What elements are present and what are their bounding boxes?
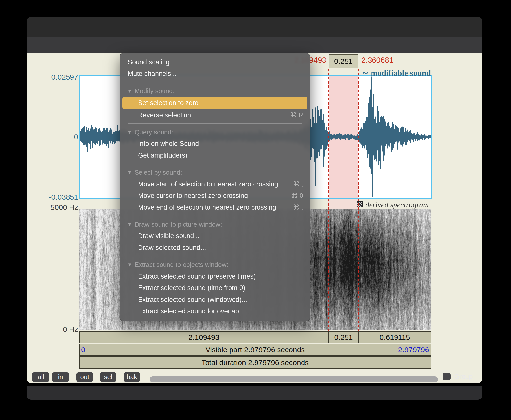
selection-duration-box[interactable]: 0.251 — [329, 54, 358, 68]
section-header-draw-sound: ▼Draw sound to picture window: — [120, 218, 310, 230]
menu-item-info-on-whole-sound[interactable]: Info on whole Sound — [120, 138, 310, 150]
shortcut-cmd-r: ⌘ R — [290, 109, 303, 121]
menu-item-move-start-zero-crossing[interactable]: Move start of selection to nearest zero … — [120, 178, 310, 190]
menu-item-get-amplitudes[interactable]: Get amplitude(s) — [120, 150, 310, 161]
title-bar — [27, 17, 482, 37]
menu-item-draw-selected-sound[interactable]: Draw selected sound... — [120, 242, 310, 254]
menu-item-extract-preserve-times[interactable]: Extract selected sound (preserve times) — [120, 271, 310, 282]
menu-separator — [128, 164, 302, 164]
total-duration-bar[interactable]: Total duration 2.979796 seconds — [79, 356, 431, 369]
section-triangle-icon: ▼ — [127, 222, 132, 227]
amp-max-label: 0.02597 — [25, 73, 78, 81]
menu-item-reverse-selection[interactable]: Reverse selection⌘ R — [120, 109, 310, 121]
section-triangle-icon: ▼ — [127, 88, 132, 93]
scrollbar-thumb[interactable] — [150, 376, 438, 382]
visible-part-bar[interactable]: 0 Visible part 2.979796 seconds 2.979796 — [79, 344, 431, 356]
menu-separator — [128, 256, 302, 256]
zoom-in-button[interactable]: in — [52, 372, 69, 382]
shortcut-cmd-0: ⌘ 0 — [291, 190, 303, 202]
menu-item-extract-windowed[interactable]: Extract selected sound (windowed)... — [120, 294, 310, 305]
section-header-select-by-sound: ▼Select by sound: — [120, 166, 310, 178]
group-checkbox[interactable] — [443, 373, 451, 380]
zoom-out-button[interactable]: out — [76, 372, 93, 382]
selection-gap-highlight — [328, 199, 358, 209]
zoom-all-button[interactable]: all — [32, 372, 49, 382]
tilde-icon: ~ — [363, 68, 368, 79]
menu-item-extract-time-from-0[interactable]: Extract selected sound (time from 0) — [120, 282, 310, 294]
screen: 9. Sound muestra_04 File Edit Time Play … — [0, 0, 511, 420]
timebar-right[interactable]: 0.619115 — [358, 331, 431, 343]
section-triangle-icon: ▼ — [127, 129, 132, 135]
menu-item-mute-channels[interactable]: Mute channels... — [120, 68, 310, 80]
section-header-extract-sound: ▼Extract sound to objects window: — [120, 259, 310, 271]
menu-separator — [128, 216, 302, 216]
derived-spectrogram-label: derived spectrogram — [365, 200, 429, 209]
zoom-bak-button[interactable]: bak — [124, 372, 140, 382]
amp-min-label: -0.03851 — [25, 193, 78, 201]
menu-item-extract-for-overlap[interactable]: Extract selected sound for overlap... — [120, 305, 310, 317]
selection-start-line[interactable] — [328, 69, 329, 331]
sound-dropdown-menu: Sound scaling... Mute channels... ▼Modif… — [120, 53, 310, 321]
freq-top-label: 5000 Hz — [25, 203, 78, 211]
menu-separator — [128, 123, 302, 124]
amp-zero-label: 0 — [25, 133, 78, 141]
menu-item-move-end-zero-crossing[interactable]: Move end of selection to nearest zero cr… — [120, 202, 310, 213]
zoom-sel-button[interactable]: sel — [100, 372, 116, 382]
section-header-modify-sound: ▼Modify sound: — [120, 85, 310, 97]
group-label: Group — [454, 373, 473, 380]
modifiable-sound-label: ~modifiable sound — [331, 67, 431, 79]
shortcut-cmd-period: ⌘ . — [293, 202, 303, 213]
menu-item-set-selection-to-zero[interactable]: Set selection to zero — [122, 97, 307, 109]
selection-end-readout[interactable]: 2.360681 — [361, 56, 393, 65]
section-triangle-icon: ▼ — [127, 170, 132, 175]
menu-item-draw-visible-sound[interactable]: Draw visible sound... — [120, 230, 310, 242]
section-header-query-sound: ▼Query sound: — [120, 126, 310, 138]
menu-separator — [128, 82, 302, 82]
shortcut-cmd-comma: ⌘ , — [293, 178, 303, 190]
menu-bar — [27, 37, 482, 53]
freq-bottom-label: 0 Hz — [25, 326, 78, 333]
section-triangle-icon: ▼ — [127, 262, 132, 267]
selection-end-line[interactable] — [358, 69, 359, 331]
timebar-left[interactable]: 2.109493 — [79, 331, 329, 343]
timebar-selection[interactable]: 0.251 — [329, 331, 358, 343]
menu-item-sound-scaling[interactable]: Sound scaling... — [120, 56, 310, 68]
footer-bar — [27, 386, 482, 400]
visible-part-label: Visible part 2.979796 seconds — [80, 344, 431, 355]
menu-item-move-cursor-zero-crossing[interactable]: Move cursor to nearest zero crossing⌘ 0 — [120, 190, 310, 202]
